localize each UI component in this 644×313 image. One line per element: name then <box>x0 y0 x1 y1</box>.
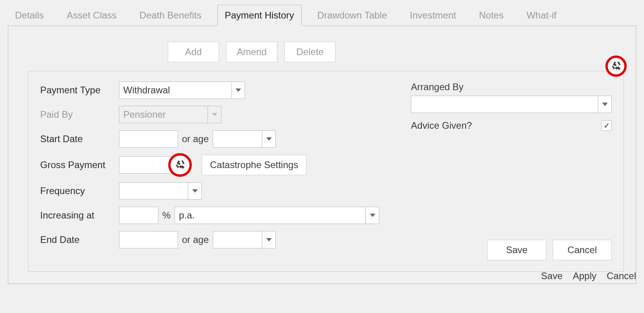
end-date-label: End Date <box>40 234 115 245</box>
arranged-by-value <box>411 96 598 113</box>
chevron-down-icon[interactable] <box>262 231 276 248</box>
tab-drawdown-table[interactable]: Drawdown Table <box>310 5 394 26</box>
tab-investment[interactable]: Investment <box>403 5 463 26</box>
increasing-period-value: p.a. <box>174 207 366 224</box>
recycle-icon[interactable] <box>168 153 192 177</box>
tab-details[interactable]: Details <box>8 5 51 26</box>
catastrophe-settings-button[interactable]: Catastrophe Settings <box>202 155 306 175</box>
end-date-input[interactable] <box>119 231 178 248</box>
advice-given-label: Advice Given? <box>411 120 472 131</box>
cancel-button[interactable]: Cancel <box>553 240 612 260</box>
gross-payment-label: Gross Payment <box>40 159 115 170</box>
frequency-select[interactable] <box>119 182 202 200</box>
end-age-value <box>213 231 262 248</box>
chevron-down-icon <box>208 106 221 123</box>
chevron-down-icon[interactable] <box>262 130 276 148</box>
paid-by-label: Paid By <box>40 109 115 120</box>
delete-button[interactable]: Delete <box>284 42 336 62</box>
payment-type-select[interactable]: Withdrawal <box>119 81 245 99</box>
payment-type-label: Payment Type <box>40 85 115 96</box>
tab-what-if[interactable]: What-if <box>520 5 564 26</box>
amend-button[interactable]: Amend <box>226 42 277 62</box>
advice-given-checkbox[interactable]: ✓ <box>601 120 612 131</box>
tab-asset-class[interactable]: Asset Class <box>59 5 124 26</box>
start-date-or-age-label: or age <box>182 133 209 144</box>
start-date-input[interactable] <box>119 130 178 148</box>
add-button[interactable]: Add <box>168 42 219 62</box>
tab-panel: Add Amend Delete Payment Type Withdrawal <box>8 26 636 284</box>
start-date-label: Start Date <box>40 133 115 144</box>
payment-form-box: Payment Type Withdrawal Paid By Pensione… <box>28 71 624 272</box>
chevron-down-icon[interactable] <box>188 182 202 200</box>
paid-by-value: Pensioner <box>119 106 208 123</box>
arranged-by-select[interactable] <box>411 96 612 113</box>
footer-actions: Save Apply Cancel <box>541 270 636 282</box>
arranged-by-label: Arranged By <box>411 81 463 93</box>
footer-save-link[interactable]: Save <box>541 270 563 282</box>
increasing-at-input[interactable] <box>119 207 158 224</box>
percent-label: % <box>162 210 171 221</box>
chevron-down-icon[interactable] <box>598 96 612 113</box>
paid-by-select: Pensioner <box>119 106 221 123</box>
chevron-down-icon[interactable] <box>366 207 379 224</box>
start-age-value <box>213 130 262 148</box>
tab-notes[interactable]: Notes <box>472 5 511 26</box>
payment-type-value: Withdrawal <box>119 81 232 99</box>
tab-death-benefits[interactable]: Death Benefits <box>132 5 208 26</box>
save-button[interactable]: Save <box>487 240 546 260</box>
increasing-at-label: Increasing at <box>40 210 115 221</box>
tab-payment-history[interactable]: Payment History <box>217 5 302 26</box>
tab-bar: Details Asset Class Death Benefits Payme… <box>8 5 636 26</box>
frequency-label: Frequency <box>40 185 115 196</box>
increasing-period-select[interactable]: p.a. <box>174 207 379 224</box>
end-age-select[interactable] <box>213 231 276 248</box>
end-date-or-age-label: or age <box>182 234 209 245</box>
footer-cancel-link[interactable]: Cancel <box>607 270 636 282</box>
frequency-value <box>119 182 188 200</box>
footer-apply-link[interactable]: Apply <box>573 270 596 282</box>
start-age-select[interactable] <box>213 130 276 148</box>
chevron-down-icon[interactable] <box>232 81 245 99</box>
recycle-icon[interactable] <box>605 56 627 77</box>
